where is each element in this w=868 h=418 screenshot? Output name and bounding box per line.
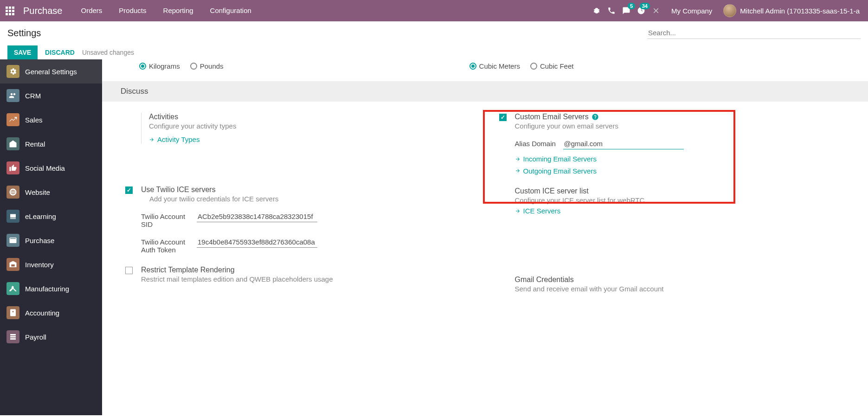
- radio-cubic-feet[interactable]: Cubic Feet: [530, 62, 574, 70]
- volume-unit-group: Cubic Meters Cubic Feet: [469, 62, 574, 70]
- gmail-title: Gmail Credentials: [515, 276, 850, 284]
- app-brand[interactable]: Purchase: [19, 6, 74, 16]
- radio-cubic-meters[interactable]: Cubic Meters: [469, 62, 520, 70]
- activity-badge: 34: [640, 3, 650, 9]
- twilio-token-input[interactable]: [197, 237, 317, 248]
- setting-restrict-template: Restrict Template Rendering Restrict mai…: [121, 266, 476, 283]
- close-icon[interactable]: [652, 6, 660, 15]
- search-box: [647, 27, 861, 39]
- activity-icon[interactable]: 34: [637, 6, 645, 15]
- user-menu[interactable]: Mitchell Admin (17013335-saas-15-1-a: [723, 4, 860, 17]
- sidebar-item-website[interactable]: Website: [0, 180, 102, 204]
- twilio-token-label: Twilio Account Auth Token: [141, 238, 192, 254]
- checkbox-restrict-template[interactable]: [125, 267, 133, 274]
- systray: 5 34 My Company Mitchell Admin (17013335…: [592, 4, 864, 17]
- activities-title: Activities: [149, 113, 476, 121]
- discuss-icon[interactable]: 5: [622, 6, 630, 15]
- main: General Settings CRM Sales Rental Social…: [0, 59, 868, 415]
- control-panel: Settings SAVE DISCARD Unsaved changes: [0, 21, 868, 59]
- user-name: Mitchell Admin (17013335-saas-15-1-a: [740, 7, 860, 15]
- sidebar-item-rental[interactable]: Rental: [0, 132, 102, 156]
- discuss-badge: 5: [628, 3, 635, 9]
- discard-button[interactable]: DISCARD: [45, 49, 75, 56]
- sidebar-item-general[interactable]: General Settings: [0, 59, 102, 84]
- sidebar-item-crm[interactable]: CRM: [0, 84, 102, 108]
- avatar: [723, 4, 736, 17]
- nav-products[interactable]: Products: [111, 0, 154, 21]
- nav-menu: Orders Products Reporting Configuration: [74, 0, 259, 21]
- settings-left-column: Activities Configure your activity types…: [121, 113, 476, 305]
- sidebar-item-inventory[interactable]: Inventory: [0, 252, 102, 277]
- sidebar-item-manufacturing[interactable]: Manufacturing: [0, 277, 102, 301]
- settings-sidebar: General Settings CRM Sales Rental Social…: [0, 59, 102, 415]
- twilio-sid-label: Twilio Account SID: [141, 212, 192, 228]
- highlight-annotation: [483, 110, 735, 204]
- topbar: Purchase Orders Products Reporting Confi…: [0, 0, 868, 21]
- sidebar-item-purchase[interactable]: Purchase: [0, 228, 102, 252]
- sidebar-item-social[interactable]: Social Media: [0, 156, 102, 180]
- activities-desc: Configure your activity types: [149, 122, 476, 130]
- apps-menu-icon[interactable]: [0, 0, 19, 21]
- bug-icon[interactable]: [592, 6, 601, 15]
- section-discuss: Discuss: [102, 81, 868, 102]
- sidebar-item-accounting[interactable]: Accounting: [0, 301, 102, 325]
- link-ice-servers[interactable]: ICE Servers: [515, 207, 561, 215]
- radio-pounds[interactable]: Pounds: [190, 62, 224, 70]
- restrict-desc: Restrict mail templates edition and QWEB…: [141, 275, 476, 283]
- gmail-desc: Send and receive email with your Gmail a…: [515, 285, 850, 293]
- restrict-title: Restrict Template Rendering: [141, 266, 476, 274]
- setting-gmail: Gmail Credentials Send and receive email…: [495, 276, 850, 293]
- settings-right-column: Custom Email Servers Configure your own …: [495, 113, 850, 305]
- setting-activities: Activities Configure your activity types…: [121, 113, 476, 144]
- setting-twilio: Use Twilio ICE servers Add your twilio c…: [121, 186, 476, 254]
- nav-configuration[interactable]: Configuration: [203, 0, 259, 21]
- save-button[interactable]: SAVE: [7, 45, 38, 59]
- nav-reporting[interactable]: Reporting: [156, 0, 201, 21]
- twilio-sid-input[interactable]: [197, 211, 317, 222]
- sidebar-item-elearning[interactable]: eLearning: [0, 204, 102, 228]
- sidebar-item-payroll[interactable]: Payroll: [0, 325, 102, 349]
- page-title: Settings: [7, 28, 41, 39]
- sidebar-item-sales[interactable]: Sales: [0, 108, 102, 132]
- phone-icon[interactable]: [607, 6, 616, 15]
- link-activity-types[interactable]: Activity Types: [149, 135, 199, 143]
- search-input[interactable]: [647, 27, 861, 39]
- twilio-desc: Add your twilio credentials for ICE serv…: [141, 195, 476, 203]
- radio-kilograms[interactable]: Kilograms: [139, 62, 180, 70]
- units-row: Kilograms Pounds Cubic Meters Cubic Feet: [102, 59, 868, 81]
- status-text: Unsaved changes: [82, 49, 134, 56]
- weight-unit-group: Kilograms Pounds: [139, 62, 224, 70]
- nav-orders[interactable]: Orders: [74, 0, 110, 21]
- settings-content[interactable]: Kilograms Pounds Cubic Meters Cubic Feet…: [102, 59, 868, 415]
- company-switcher[interactable]: My Company: [667, 7, 717, 15]
- twilio-title: Use Twilio ICE servers: [141, 186, 476, 194]
- checkbox-twilio[interactable]: [125, 186, 133, 194]
